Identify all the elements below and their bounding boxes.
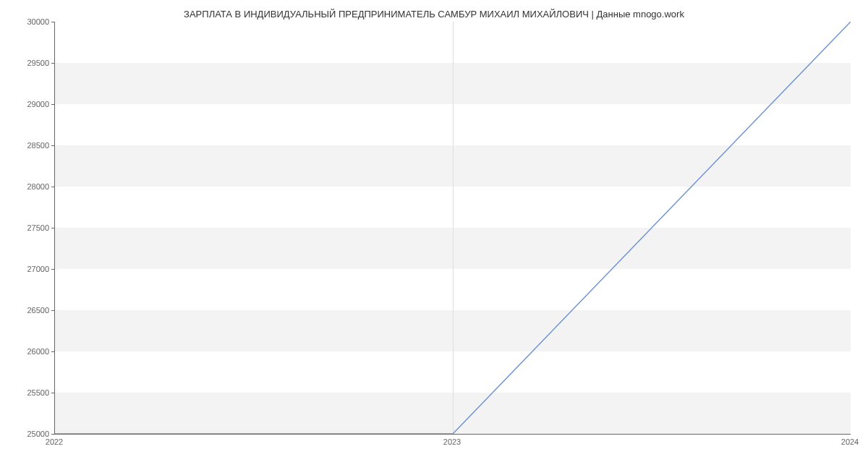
y-tick-label: 25000 bbox=[6, 430, 49, 438]
y-tick-mark bbox=[51, 187, 54, 187]
y-tick-label: 29000 bbox=[6, 100, 49, 108]
x-tick-label: 2024 bbox=[841, 437, 859, 446]
y-tick-mark bbox=[51, 269, 54, 270]
y-tick-mark bbox=[51, 63, 54, 64]
y-tick-mark bbox=[51, 22, 54, 22]
y-tick-label: 28500 bbox=[6, 141, 49, 150]
line-layer bbox=[55, 22, 851, 434]
chart-container: ЗАРПЛАТА В ИНДИВИДУАЛЬНЫЙ ПРЕДПРИНИМАТЕЛ… bbox=[0, 0, 868, 470]
y-tick-mark bbox=[51, 351, 54, 352]
y-tick-mark bbox=[51, 393, 54, 393]
y-tick-label: 29500 bbox=[6, 59, 49, 67]
series-line bbox=[55, 22, 851, 434]
y-tick-mark bbox=[51, 434, 54, 435]
y-tick-label: 27500 bbox=[6, 223, 49, 232]
y-tick-label: 27000 bbox=[6, 265, 49, 273]
y-tick-label: 26000 bbox=[6, 347, 49, 356]
chart-title: ЗАРПЛАТА В ИНДИВИДУАЛЬНЫЙ ПРЕДПРИНИМАТЕЛ… bbox=[0, 9, 868, 20]
x-tick-label: 2023 bbox=[443, 437, 461, 446]
plot-area bbox=[54, 22, 851, 435]
x-tick-label: 2022 bbox=[46, 437, 63, 446]
y-tick-label: 25500 bbox=[6, 388, 49, 397]
y-tick-mark bbox=[51, 228, 54, 228]
y-tick-mark bbox=[51, 310, 54, 311]
y-tick-label: 26500 bbox=[6, 306, 49, 315]
y-tick-label: 30000 bbox=[6, 17, 49, 26]
y-tick-mark bbox=[51, 145, 54, 146]
y-tick-mark bbox=[51, 104, 54, 105]
y-tick-label: 28000 bbox=[6, 182, 49, 191]
